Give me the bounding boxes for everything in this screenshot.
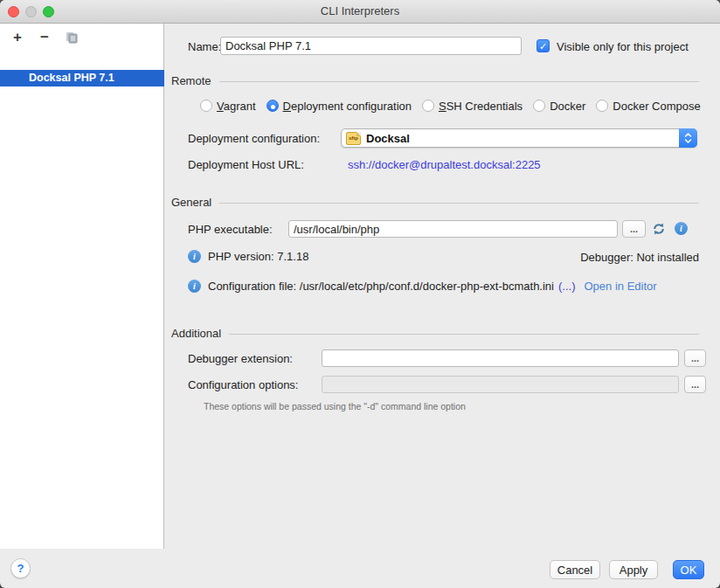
section-divider (219, 81, 699, 82)
debugger-status-text: Debugger: Not installed (580, 251, 699, 264)
help-button[interactable]: ? (10, 558, 31, 578)
configuration-file-row: i Configuration file: /usr/local/etc/php… (188, 280, 657, 293)
configuration-file-expand-link[interactable]: (...) (558, 280, 576, 293)
additional-section-header: Additional (171, 327, 699, 340)
general-section-label: General (171, 196, 211, 209)
dropdown-chevrons-icon (679, 128, 697, 148)
radio-docker[interactable]: Docker (533, 100, 585, 113)
php-executable-label: PHP executable: (188, 223, 273, 236)
radio-deployment-configuration[interactable]: Deployment configuration (267, 100, 412, 113)
php-executable-browse-button[interactable]: ... (622, 220, 646, 238)
radio-button-icon (596, 100, 608, 112)
sftp-icon: sftp (346, 132, 361, 145)
add-interpreter-button[interactable]: + (9, 29, 26, 46)
radio-button-icon (533, 100, 545, 112)
info-icon: i (188, 280, 201, 293)
php-executable-info-button[interactable]: i (675, 222, 688, 235)
debugger-extension-label: Debugger extension: (188, 352, 293, 365)
radio-button-icon (422, 100, 434, 112)
configuration-options-label: Configuration options: (188, 378, 298, 391)
php-version-row: i PHP version: 7.1.18 (188, 250, 308, 263)
additional-section-label: Additional (171, 327, 221, 340)
radio-docker-compose[interactable]: Docker Compose (596, 100, 700, 113)
radio-label: Docker Compose (613, 100, 700, 113)
section-divider (219, 203, 699, 204)
deployment-host-url-value: ssh://docker@drupaltest.docksal:2225 (348, 158, 541, 171)
radio-label: Deployment configuration (283, 100, 412, 113)
sidebar-toolbar: + − (9, 27, 80, 48)
visible-only-label: Visible only for this project (557, 40, 689, 53)
copy-icon (66, 31, 78, 44)
general-section-header: General (171, 196, 699, 209)
debugger-extension-browse-button[interactable]: ... (684, 349, 706, 367)
remote-type-radio-group: VagrantDeployment configurationSSH Crede… (200, 98, 720, 114)
configuration-file-text: Configuration file: /usr/local/etc/php/c… (208, 280, 554, 293)
remove-interpreter-button[interactable]: − (36, 29, 53, 46)
titlebar: CLI Interpreters (0, 0, 720, 24)
radio-button-icon (200, 100, 212, 112)
cancel-button[interactable]: Cancel (550, 560, 600, 579)
configuration-options-field (322, 376, 679, 393)
interpreter-list-item[interactable]: Docksal PHP 7.1 (0, 70, 164, 86)
window-title: CLI Interpreters (0, 4, 720, 17)
deployment-host-url-label: Deployment Host URL: (188, 158, 304, 171)
interpreter-sidebar: + − Docksal PHP 7.1 (0, 24, 164, 549)
deployment-configuration-select[interactable]: sftp Docksal (341, 128, 697, 148)
name-label: Name: (188, 40, 221, 53)
remote-section-label: Remote (171, 74, 211, 87)
configuration-options-browse-button[interactable]: ... (684, 376, 706, 393)
apply-button[interactable]: Apply (609, 560, 658, 579)
remote-section-header: Remote (171, 74, 699, 87)
name-field[interactable] (220, 37, 522, 55)
debugger-extension-field[interactable] (322, 349, 679, 367)
radio-label: SSH Credentials (439, 100, 523, 113)
radio-vagrant[interactable]: Vagrant (200, 100, 256, 113)
radio-button-icon (267, 100, 279, 112)
section-divider (229, 334, 699, 335)
open-in-editor-link[interactable]: Open in Editor (584, 280, 656, 293)
radio-label: Docker (550, 100, 585, 113)
visible-only-checkbox[interactable]: ✓ (537, 39, 550, 52)
radio-ssh-credentials[interactable]: SSH Credentials (422, 100, 523, 113)
cli-interpreters-dialog: CLI Interpreters + − Docksal PHP 7.1 (0, 0, 720, 588)
php-executable-field[interactable] (288, 220, 618, 238)
options-hint-text: These options will be passed using the "… (204, 401, 466, 412)
ok-button[interactable]: OK (673, 560, 704, 579)
deployment-configuration-value: Docksal (366, 132, 410, 145)
php-version-text: PHP version: 7.1.18 (208, 250, 308, 263)
deployment-configuration-label: Deployment configuration: (188, 132, 320, 145)
radio-label: Vagrant (217, 100, 256, 113)
check-icon: ✓ (539, 41, 547, 52)
copy-interpreter-button[interactable] (63, 29, 80, 46)
info-icon: i (188, 250, 201, 263)
reload-interpreter-button[interactable] (651, 221, 667, 237)
